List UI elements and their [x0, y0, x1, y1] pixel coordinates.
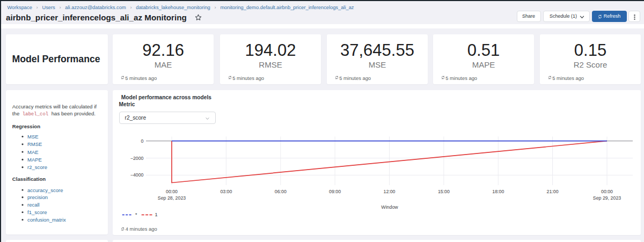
svg-text:*: * — [135, 212, 137, 217]
svg-text:Window: Window — [381, 204, 398, 210]
svg-text:Sep 29, 2023: Sep 29, 2023 — [593, 195, 621, 201]
svg-text:−2000: −2000 — [130, 156, 144, 161]
svg-text:06:00: 06:00 — [275, 189, 287, 194]
svg-text:09:00: 09:00 — [329, 189, 341, 194]
svg-text:0: 0 — [141, 138, 144, 144]
svg-text:1: 1 — [155, 212, 158, 217]
svg-text:−4000: −4000 — [130, 172, 144, 178]
svg-text:21:00: 21:00 — [547, 189, 559, 194]
svg-text:4 minutes ago: 4 minutes ago — [126, 226, 157, 232]
svg-text:12:00: 12:00 — [383, 189, 395, 194]
svg-text:03:00: 03:00 — [220, 189, 232, 194]
svg-text:00:00: 00:00 — [601, 189, 613, 194]
svg-text:18:00: 18:00 — [492, 189, 504, 194]
svg-text:Sep 28, 2023: Sep 28, 2023 — [158, 195, 186, 201]
svg-text:00:00: 00:00 — [166, 189, 178, 194]
svg-text:15:00: 15:00 — [438, 189, 450, 194]
